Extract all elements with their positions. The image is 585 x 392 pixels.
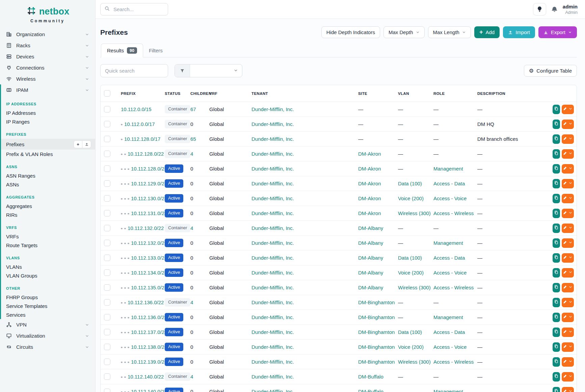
edit-button[interactable] [562, 134, 574, 144]
sidebar-item-aggregates[interactable]: Aggregates [1, 202, 95, 210]
sidebar-item-fhrp-groups[interactable]: FHRP Groups [1, 293, 95, 302]
prefix-link[interactable]: 10.112.128.0/17 [124, 136, 160, 142]
column-header-role[interactable]: ROLE [430, 85, 474, 102]
max-length-button[interactable]: Max Length [428, 26, 471, 38]
sidebar-item-ip-ranges[interactable]: IP Ranges [1, 117, 95, 126]
edit-button[interactable] [562, 387, 574, 392]
site-link[interactable]: DM-Albany [358, 255, 383, 261]
notifications-bell-icon[interactable] [551, 6, 558, 12]
tab-results[interactable]: Results 90 [101, 44, 143, 57]
edit-button[interactable] [562, 120, 574, 129]
add-button[interactable]: + Add [474, 26, 500, 38]
row-checkbox[interactable] [104, 136, 110, 142]
quick-search-input[interactable] [100, 64, 168, 77]
sidebar-item-route-targets[interactable]: Route Targets [1, 241, 95, 250]
prefix-link[interactable]: 10.112.132.0/28 [131, 240, 167, 246]
tenant-link[interactable]: Dunder-Mifflin, Inc. [251, 285, 294, 290]
site-link[interactable]: DM-Akron [358, 181, 381, 186]
sidebar-item-asn-ranges[interactable]: ASN Ranges [1, 171, 95, 180]
theme-toggle-button[interactable] [533, 3, 546, 16]
sidebar-item-service-templates[interactable]: Service Templates [1, 302, 95, 310]
row-checkbox[interactable] [104, 165, 110, 172]
prefix-link[interactable]: 10.112.130.0/24 [131, 195, 167, 201]
column-header-children[interactable]: CHILDREN [187, 85, 206, 102]
copy-button[interactable] [553, 357, 560, 367]
sidebar-item-organization[interactable]: Organization [0, 29, 95, 40]
tenant-link[interactable]: Dunder-Mifflin, Inc. [251, 344, 294, 350]
edit-button[interactable] [562, 372, 574, 382]
tenant-link[interactable]: Dunder-Mifflin, Inc. [251, 299, 294, 305]
import-button[interactable]: Import [503, 26, 535, 38]
role-link[interactable]: Access - Voice [433, 344, 467, 350]
global-search[interactable] [100, 3, 168, 16]
edit-button[interactable] [562, 164, 574, 174]
vlan-link[interactable]: Wireless (300) [398, 210, 431, 216]
tenant-link[interactable]: Dunder-Mifflin, Inc. [251, 270, 294, 276]
site-link[interactable]: DM-Akron [358, 166, 381, 172]
row-checkbox[interactable] [104, 269, 110, 276]
tenant-link[interactable]: Dunder-Mifflin, Inc. [251, 181, 294, 186]
row-checkbox[interactable] [104, 255, 110, 261]
row-checkbox[interactable] [104, 359, 110, 365]
configure-table-button[interactable]: ⚙ Configure Table [524, 65, 577, 77]
vlan-link[interactable]: Voice (200) [398, 270, 424, 276]
vlan-link[interactable]: Voice (200) [398, 344, 424, 350]
tenant-link[interactable]: Dunder-Mifflin, Inc. [251, 314, 294, 320]
column-header-site[interactable]: SITE [355, 85, 395, 102]
site-link[interactable]: DM-Binghamton [358, 314, 395, 320]
role-link[interactable]: Management [433, 166, 463, 172]
column-header-tenant[interactable]: TENANT [248, 85, 355, 102]
children-link[interactable]: 65 [190, 136, 196, 142]
edit-button[interactable] [562, 283, 574, 292]
vlan-link[interactable]: Wireless (300) [398, 285, 431, 290]
edit-button[interactable] [562, 328, 574, 337]
column-header-status[interactable]: STATUS [161, 85, 187, 102]
prefix-link[interactable]: 10.112.137.0/24 [131, 329, 167, 335]
role-link[interactable]: Management [433, 314, 463, 320]
export-button[interactable]: Export [538, 26, 577, 38]
copy-button[interactable] [553, 134, 560, 144]
sidebar-item-wireless[interactable]: Wireless [0, 73, 95, 84]
edit-button[interactable] [562, 253, 574, 263]
copy-button[interactable] [553, 164, 560, 174]
edit-button[interactable] [562, 224, 574, 233]
sidebar-item-vlans[interactable]: VLANs [1, 262, 95, 271]
edit-button[interactable] [562, 268, 574, 278]
prefix-link[interactable]: 10.112.129.0/24 [131, 181, 167, 186]
prefix-link[interactable]: 10.112.136.0/28 [131, 314, 167, 320]
saved-filter-select[interactable] [190, 64, 242, 77]
edit-button[interactable] [562, 105, 574, 114]
vlan-link[interactable]: Wireless (300) [398, 359, 431, 365]
sidebar-item-vrfs[interactable]: VRFs [1, 232, 95, 241]
tenant-link[interactable]: Dunder-Mifflin, Inc. [251, 329, 294, 335]
sidebar-item-devices[interactable]: Devices [0, 51, 95, 62]
role-link[interactable]: Access - Voice [433, 270, 467, 276]
copy-button[interactable] [553, 194, 560, 203]
row-checkbox[interactable] [104, 225, 110, 231]
copy-button[interactable] [553, 372, 560, 382]
role-link[interactable]: Access - Voice [433, 195, 467, 201]
prefix-link[interactable]: 10.112.140.0/22 [128, 374, 164, 380]
copy-button[interactable] [553, 328, 560, 337]
tenant-link[interactable]: Dunder-Mifflin, Inc. [251, 225, 294, 231]
prefix-link[interactable]: 10.112.128.0/22 [128, 151, 164, 157]
tenant-link[interactable]: Dunder-Mifflin, Inc. [251, 106, 294, 112]
prefix-link[interactable]: 10.112.134.0/24 [131, 270, 167, 276]
sidebar-item-connections[interactable]: Connections [0, 62, 95, 73]
import-prefix-button[interactable] [82, 140, 91, 148]
copy-button[interactable] [553, 298, 560, 307]
edit-button[interactable] [562, 238, 574, 248]
tenant-link[interactable]: Dunder-Mifflin, Inc. [251, 136, 294, 142]
vlan-link[interactable]: Voice (200) [398, 195, 424, 201]
children-link[interactable]: 4 [190, 225, 193, 231]
prefix-link[interactable]: 10.112.0.0/17 [124, 121, 155, 127]
tenant-link[interactable]: Dunder-Mifflin, Inc. [251, 240, 294, 246]
row-checkbox[interactable] [104, 121, 110, 127]
tenant-link[interactable]: Dunder-Mifflin, Inc. [251, 359, 294, 365]
sidebar-item-prefix-vlan-roles[interactable]: Prefix & VLAN Roles [1, 150, 95, 158]
site-link[interactable]: DM-Akron [358, 210, 381, 216]
sidebar-item-rirs[interactable]: RIRs [1, 210, 95, 219]
sidebar-item-racks[interactable]: Racks [0, 40, 95, 51]
copy-button[interactable] [553, 283, 560, 292]
site-link[interactable]: DM-Albany [358, 285, 383, 290]
